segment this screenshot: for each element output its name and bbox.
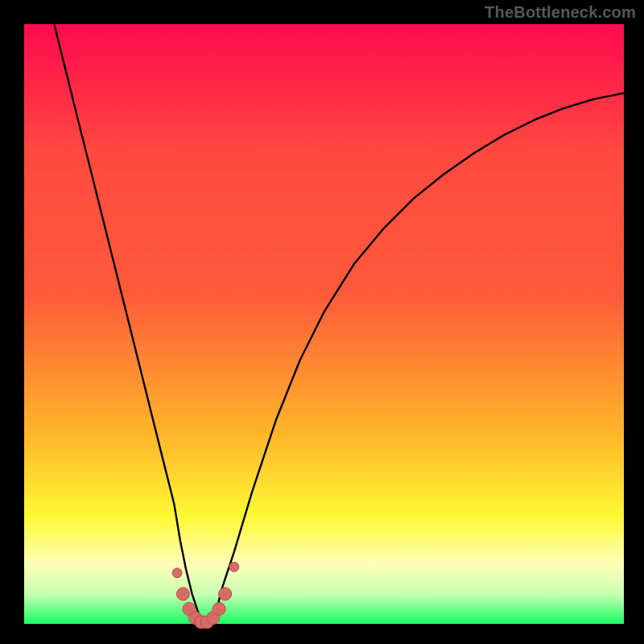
- curve-marker: [176, 588, 189, 601]
- curve-marker: [213, 602, 225, 615]
- chart-stage: TheBottleneck.com: [0, 0, 644, 644]
- curve-marker: [219, 588, 232, 601]
- curve-marker: [172, 568, 182, 578]
- curve-marker: [229, 562, 239, 572]
- chart-gradient-area: [24, 24, 624, 624]
- bottleneck-chart: [0, 0, 644, 644]
- watermark-label: TheBottleneck.com: [485, 3, 636, 22]
